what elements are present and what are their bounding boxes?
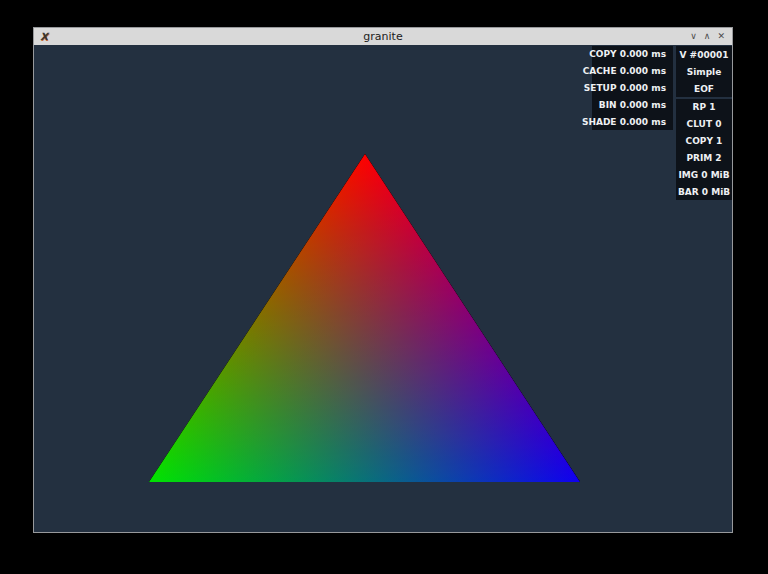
timing-row: BIN 0.000 ms xyxy=(599,100,666,110)
timing-row: SETUP 0.000 ms xyxy=(584,83,666,93)
timing-row: COPY 0.000 ms xyxy=(589,49,666,59)
close-button[interactable]: ✕ xyxy=(717,28,725,45)
counter-row: BAR 0 MiB xyxy=(678,187,730,197)
counter-row: COPY 1 xyxy=(686,136,723,146)
counter-row: PRIM 2 xyxy=(686,153,721,163)
hud-counters-panel: RP 1 CLUT 0 COPY 1 PRIM 2 IMG 0 MiB BAR … xyxy=(676,99,732,200)
app-window: X granite ∨ ∧ ✕ xyxy=(33,27,733,533)
window-controls: ∨ ∧ ✕ xyxy=(690,28,725,45)
titlebar[interactable]: X granite ∨ ∧ ✕ xyxy=(34,28,732,45)
counter-row: IMG 0 MiB xyxy=(678,170,729,180)
status-row: V #00001 xyxy=(680,50,729,60)
render-viewport: COPY 0.000 ms CACHE 0.000 ms SETUP 0.000… xyxy=(34,45,732,532)
window-title: granite xyxy=(34,30,732,43)
shade-button[interactable]: ∨ xyxy=(690,28,697,45)
timing-row: SHADE 0.000 ms xyxy=(582,117,666,127)
rgb-triangle-svg xyxy=(149,154,580,482)
status-row: Simple xyxy=(687,67,722,77)
hud-timings-panel: COPY 0.000 ms CACHE 0.000 ms SETUP 0.000… xyxy=(592,46,673,130)
counter-row: CLUT 0 xyxy=(687,119,722,129)
timing-row: CACHE 0.000 ms xyxy=(583,66,666,76)
status-row: EOF xyxy=(694,84,714,94)
counter-row: RP 1 xyxy=(693,102,716,112)
rgb-triangle xyxy=(149,154,580,482)
hud-status-panel: V #00001 Simple EOF xyxy=(676,46,732,97)
maximize-button[interactable]: ∧ xyxy=(704,28,711,45)
